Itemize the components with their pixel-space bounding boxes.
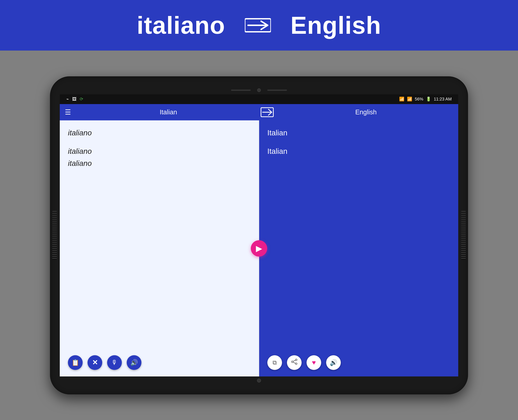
hamburger-button[interactable]: ☰ (60, 104, 76, 120)
heart-icon: ♥ (312, 359, 316, 366)
signal-icon: 📶 (407, 97, 412, 102)
input-speaker-button[interactable]: 🔊 (127, 355, 141, 370)
banner-source-lang[interactable]: italiano (137, 11, 225, 39)
sync-icon: ⟳ (80, 97, 83, 102)
header-swap-button[interactable] (261, 107, 274, 117)
output-speaker-icon: 🔊 (330, 359, 337, 366)
input-speaker-icon: 🔊 (130, 359, 138, 366)
share-icon (291, 359, 298, 367)
speaker-slot (231, 90, 251, 91)
tablet-bottom (60, 376, 458, 385)
translate-fab-button[interactable]: ▶ (251, 240, 267, 256)
copy-button[interactable]: ⧉ (267, 355, 282, 370)
share-button[interactable] (287, 355, 302, 370)
tablet-top-bar (60, 86, 458, 94)
svg-point-6 (295, 363, 297, 365)
status-bar: ⌁ 🖼 ⟳ 📶 📶 56% 🔋 11:23 AM (60, 94, 458, 104)
output-actions: ⧉ (267, 352, 450, 370)
app-screen: ☰ Italian English (60, 104, 458, 376)
input-text-area: italiano italiano italiano (68, 127, 251, 352)
clipboard-button[interactable]: 📋 (68, 355, 83, 370)
main-content: italiano italiano italiano 📋 ✕ (60, 120, 458, 376)
top-banner: italiano English (0, 0, 518, 51)
input-word-1: italiano (68, 147, 92, 155)
mic-icon: 🎙 (111, 359, 118, 366)
clear-icon: ✕ (92, 359, 98, 367)
clipboard-icon: 📋 (71, 359, 79, 366)
output-line-2: Italian (267, 145, 450, 158)
target-lang-label: English (355, 108, 377, 116)
time-display: 11:23 AM (434, 97, 452, 102)
battery-icon: 🔋 (426, 97, 431, 102)
hamburger-icon: ☰ (65, 108, 71, 116)
status-left: ⌁ 🖼 ⟳ (66, 97, 83, 102)
wifi-icon: 📶 (399, 97, 404, 102)
usb-icon: ⌁ (66, 97, 69, 102)
source-lang-label: Italian (160, 108, 177, 116)
home-button[interactable] (257, 379, 261, 382)
output-text-area: Italian Italian (267, 127, 450, 352)
status-right: 📶 📶 56% 🔋 11:23 AM (399, 97, 452, 102)
tablet-device: ⌁ 🖼 ⟳ 📶 📶 56% 🔋 11:23 AM ☰ Italian (50, 76, 468, 394)
output-speaker-button[interactable]: 🔊 (326, 355, 341, 370)
output-pane: Italian Italian ⧉ (259, 120, 458, 376)
input-word-2: italiano (68, 159, 92, 167)
banner-swap-icon[interactable] (245, 15, 271, 35)
input-line-2: italiano italiano (68, 145, 251, 169)
tablet-area: ⌁ 🖼 ⟳ 📶 📶 56% 🔋 11:23 AM ☰ Italian (0, 51, 518, 420)
svg-point-4 (295, 359, 297, 361)
speaker-slot-2 (267, 90, 287, 91)
header-source-lang[interactable]: Italian (76, 108, 261, 116)
copy-icon: ⧉ (272, 359, 277, 366)
input-pane[interactable]: italiano italiano italiano 📋 ✕ (60, 120, 259, 376)
microphone-button[interactable]: 🎙 (107, 355, 122, 370)
input-actions: 📋 ✕ 🎙 🔊 (68, 352, 251, 370)
image-icon: 🖼 (72, 97, 77, 102)
svg-line-7 (293, 360, 295, 361)
app-header: ☰ Italian English (60, 104, 458, 120)
svg-line-8 (293, 362, 295, 363)
input-line-1: italiano (68, 127, 251, 139)
front-camera (257, 88, 261, 92)
clear-button[interactable]: ✕ (87, 355, 102, 370)
translate-fab-icon: ▶ (256, 244, 262, 253)
svg-point-5 (292, 361, 293, 363)
header-target-lang[interactable]: English (274, 108, 458, 116)
output-line-1: Italian (267, 127, 450, 139)
banner-target-lang[interactable]: English (291, 11, 381, 39)
battery-text: 56% (415, 97, 423, 102)
favorite-button[interactable]: ♥ (307, 355, 321, 370)
